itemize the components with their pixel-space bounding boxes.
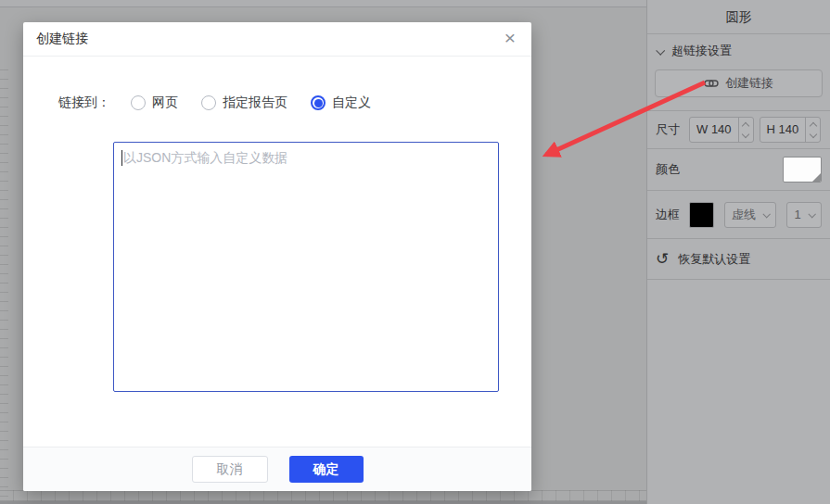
radio-selected-icon [311, 95, 326, 110]
border-style-value: 虚线 [732, 207, 756, 223]
spin-up-icon [810, 121, 817, 129]
radio-icon [201, 95, 216, 110]
color-label: 颜色 [656, 161, 689, 178]
spin-down-icon [742, 130, 749, 137]
json-input[interactable] [113, 142, 499, 392]
spin-up-icon [742, 121, 749, 129]
size-label: 尺寸 [656, 121, 689, 138]
hyperlink-section-label: 超链接设置 [671, 43, 732, 59]
radio-webpage-label: 网页 [152, 94, 178, 111]
chevron-down-icon [656, 45, 665, 55]
width-stepper[interactable]: W 140 [689, 117, 754, 143]
size-row: 尺寸 W 140 H 140 [647, 111, 830, 149]
hyperlink-section-header[interactable]: 超链接设置 [647, 34, 830, 68]
background-grid-rows [0, 490, 646, 501]
create-link-button[interactable]: 创建链接 [655, 69, 823, 97]
text-caret [121, 150, 122, 166]
dialog-body: 链接到： 网页 指定报告页 自定义 [23, 57, 531, 447]
cancel-button[interactable]: 取消 [192, 456, 268, 483]
dialog-title: 创建链接 [36, 31, 88, 47]
height-value: H 140 [760, 118, 806, 142]
link-to-label: 链接到： [58, 94, 110, 111]
reset-defaults-row[interactable]: ↻ 恢复默认设置 [647, 239, 830, 280]
dialog-header: 创建链接 × [23, 22, 531, 57]
border-style-select[interactable]: 虚线 [724, 202, 776, 228]
create-link-dialog: 创建链接 × 链接到： 网页 指定报告页 自定义 [23, 22, 531, 491]
radio-report-page-label: 指定报告页 [223, 94, 287, 111]
dialog-footer: 取消 确定 [23, 447, 531, 491]
link-type-radio-group: 网页 指定报告页 自定义 [131, 94, 371, 111]
background-row-lines [0, 61, 8, 501]
radio-report-page[interactable]: 指定报告页 [201, 94, 287, 111]
spin-down-icon [810, 130, 817, 137]
width-spin-buttons[interactable] [738, 118, 753, 142]
border-row: 边框 虚线 1 [647, 191, 830, 239]
link-to-row: 链接到： 网页 指定报告页 自定义 [58, 94, 499, 111]
background-top-band [0, 0, 646, 7]
border-label: 边框 [656, 207, 689, 223]
height-spin-buttons[interactable] [805, 118, 820, 142]
color-row: 颜色 [647, 149, 830, 191]
shape-title: 圆形 [647, 0, 830, 34]
radio-webpage[interactable]: 网页 [131, 94, 178, 111]
ok-button[interactable]: 确定 [289, 456, 364, 483]
border-color-swatch[interactable] [689, 202, 714, 228]
json-input-wrapper [113, 142, 499, 392]
link-icon [704, 76, 719, 91]
reset-icon: ↻ [656, 251, 669, 267]
radio-icon [131, 95, 146, 110]
width-value: W 140 [690, 118, 738, 142]
radio-custom-label: 自定义 [332, 94, 371, 111]
height-stepper[interactable]: H 140 [760, 117, 822, 143]
fill-color-swatch[interactable] [783, 157, 822, 183]
border-width-value: 1 [794, 208, 800, 221]
reset-defaults-label: 恢复默认设置 [678, 251, 750, 268]
close-icon[interactable]: × [504, 28, 516, 47]
create-link-label: 创建链接 [725, 75, 773, 92]
radio-custom[interactable]: 自定义 [311, 94, 371, 111]
chevron-down-icon [808, 210, 815, 218]
properties-panel: 圆形 超链接设置 创建链接 尺寸 W 140 H 140 颜色 [646, 0, 830, 504]
border-width-select[interactable]: 1 [786, 202, 822, 228]
chevron-down-icon [763, 210, 771, 218]
